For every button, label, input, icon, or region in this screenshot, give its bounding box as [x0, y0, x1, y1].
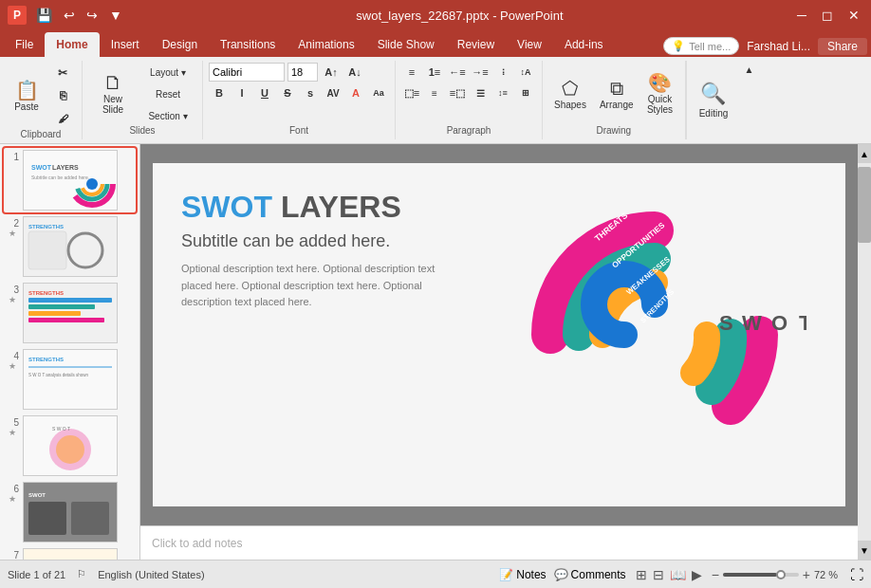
- ribbon-group-paragraph: ≡ 1≡ ←≡ →≡ ⫶ ↕A ⬚≡ ≡ ≡⬚ ☰ ↕≡ ⊞ Paragraph: [396, 61, 543, 139]
- zoom-slider[interactable]: [723, 573, 799, 577]
- tab-slideshow[interactable]: Slide Show: [366, 32, 446, 57]
- slide-sorter-button[interactable]: ⊟: [651, 565, 666, 584]
- text-direction-button[interactable]: ↕A: [515, 63, 536, 82]
- slideshow-view-button[interactable]: ▶: [690, 565, 704, 584]
- columns-button[interactable]: ⫶: [492, 63, 513, 82]
- align-left-button[interactable]: ⬚≡: [401, 83, 422, 102]
- decrease-indent-button[interactable]: ←≡: [447, 63, 468, 82]
- font-family-input[interactable]: [209, 63, 285, 82]
- paste-button[interactable]: 📋 Paste: [6, 77, 47, 116]
- quick-styles-button[interactable]: 🎨 QuickStyles: [641, 69, 679, 119]
- tab-home[interactable]: Home: [45, 32, 99, 57]
- view-buttons: ⊞ ⊟ 📖 ▶: [634, 565, 704, 584]
- app-icon: P: [8, 6, 27, 25]
- strikethrough-button[interactable]: S: [277, 83, 298, 102]
- shadow-button[interactable]: s: [300, 83, 321, 102]
- tab-insert[interactable]: Insert: [100, 32, 151, 57]
- notes-area[interactable]: Click to add notes: [140, 525, 858, 560]
- window-title: swot_layers_22687.pptx - PowerPoint: [126, 9, 793, 23]
- copy-button[interactable]: ⎘: [49, 85, 76, 106]
- zoom-control: − + 72 %: [712, 567, 843, 582]
- zoom-knob[interactable]: [776, 570, 786, 579]
- align-right-button[interactable]: ≡⬚: [447, 83, 468, 102]
- font-color-button[interactable]: A: [345, 83, 366, 102]
- line-spacing-button[interactable]: ↕≡: [492, 83, 513, 102]
- new-slide-button[interactable]: 🗋 NewSlide: [88, 69, 138, 119]
- slide-thumb-3[interactable]: 3 ★ STRENGTHS: [4, 281, 136, 345]
- reading-view-button[interactable]: 📖: [668, 565, 688, 584]
- user-name[interactable]: Farshad Li...: [747, 40, 810, 53]
- tab-animations[interactable]: Animations: [287, 32, 365, 57]
- format-painter-button[interactable]: 🖌: [49, 108, 76, 129]
- zoom-out-button[interactable]: −: [712, 567, 719, 582]
- scroll-track: [858, 163, 871, 541]
- italic-button[interactable]: I: [232, 83, 252, 102]
- ribbon-group-slides: 🗋 NewSlide Layout ▾ Reset Section ▾ Slid…: [83, 61, 203, 139]
- notes-button[interactable]: 📝 Notes: [499, 568, 546, 581]
- tab-design[interactable]: Design: [151, 32, 209, 57]
- scroll-down-button[interactable]: ▼: [858, 541, 871, 560]
- tell-me-label: Tell me...: [689, 41, 731, 52]
- bullets-button[interactable]: ≡: [401, 63, 422, 82]
- slide-thumb-4[interactable]: 4 ★ STRENGTHS S W O T analysis details s…: [4, 347, 136, 412]
- slide-thumb-6[interactable]: 6 ★ SWOT: [4, 480, 136, 544]
- fit-slide-button[interactable]: ⛶: [850, 567, 863, 582]
- increase-font-button[interactable]: A↑: [321, 63, 342, 82]
- tab-review[interactable]: Review: [446, 32, 506, 57]
- minimize-button[interactable]: ─: [793, 6, 810, 25]
- bold-button[interactable]: B: [209, 83, 230, 102]
- status-bar-right: 📝 Notes 💬 Comments ⊞ ⊟ 📖 ▶ − + 72 % ⛶: [499, 565, 863, 584]
- font-size-input[interactable]: [287, 63, 318, 82]
- scroll-up-button[interactable]: ▲: [858, 144, 871, 163]
- char-spacing-button[interactable]: Aa: [368, 83, 389, 102]
- slide-thumb-5[interactable]: 5 ★ S W O T: [4, 413, 136, 478]
- smart-art-button[interactable]: ⊞: [515, 83, 536, 102]
- slide-thumb-1[interactable]: 1 SWOT LAYERS Subtitle can be added here…: [4, 148, 136, 212]
- underline-button[interactable]: U: [254, 83, 275, 102]
- tab-file[interactable]: File: [4, 32, 45, 57]
- slide-preview-3: STRENGTHS: [23, 283, 118, 343]
- para-row1: ≡ 1≡ ←≡ →≡ ⫶ ↕A: [401, 63, 536, 82]
- tab-addins[interactable]: Add-ins: [553, 32, 615, 57]
- increase-indent-button[interactable]: →≡: [470, 63, 491, 82]
- save-button[interactable]: 💾: [32, 6, 56, 25]
- ribbon-expand-button[interactable]: ▲: [743, 63, 756, 76]
- font-row2: B I U S s AV A Aa: [209, 83, 389, 102]
- layout-button[interactable]: Layout ▾: [139, 63, 196, 82]
- tab-view[interactable]: View: [506, 32, 553, 57]
- numbering-button[interactable]: 1≡: [424, 63, 445, 82]
- font-spacing-button[interactable]: AV: [323, 83, 343, 102]
- scroll-thumb[interactable]: [858, 167, 871, 243]
- slide-thumb-2[interactable]: 2 ★ STRENGTHS: [4, 214, 136, 279]
- redo-button[interactable]: ↪: [83, 6, 102, 25]
- notes-placeholder: Click to add notes: [152, 537, 242, 550]
- ribbon: 📋 Paste ✂ ⎘ 🖌 Clipboard 🗋 NewSlide Layou…: [0, 57, 871, 144]
- language[interactable]: English (United States): [98, 569, 205, 580]
- slide-options: Layout ▾ Reset Section ▾: [139, 63, 196, 125]
- undo-button[interactable]: ↩: [60, 6, 79, 25]
- customize-button[interactable]: ▼: [105, 6, 126, 25]
- comments-button[interactable]: 💬 Comments: [554, 568, 626, 581]
- tab-transitions[interactable]: Transitions: [209, 32, 287, 57]
- slide-canvas[interactable]: SWOT LAYERS Subtitle can be added here. …: [153, 163, 845, 506]
- section-button[interactable]: Section ▾: [139, 106, 196, 125]
- shapes-button[interactable]: ⬠ Shapes: [548, 75, 592, 114]
- align-center-button[interactable]: ≡: [424, 83, 445, 102]
- restore-button[interactable]: ◻: [818, 6, 837, 25]
- para-content: ≡ 1≡ ←≡ →≡ ⫶ ↕A ⬚≡ ≡ ≡⬚ ☰ ↕≡ ⊞: [401, 63, 536, 125]
- zoom-in-button[interactable]: +: [803, 567, 810, 582]
- decrease-font-button[interactable]: A↓: [344, 63, 365, 82]
- cut-button[interactable]: ✂: [49, 63, 76, 83]
- vertical-scrollbar[interactable]: ▲ ▼: [858, 144, 871, 560]
- close-button[interactable]: ✕: [844, 6, 863, 25]
- normal-view-button[interactable]: ⊞: [634, 565, 649, 584]
- justify-button[interactable]: ☰: [470, 83, 491, 102]
- accessibility-icon[interactable]: ⚐: [77, 568, 86, 580]
- slide-left-panel: SWOT LAYERS Subtitle can be added here. …: [153, 163, 465, 506]
- arrange-button[interactable]: ⧉ Arrange: [594, 75, 639, 114]
- slide-thumb-7[interactable]: 7 STRENGTHS++: [4, 546, 136, 560]
- zoom-level[interactable]: 72 %: [814, 569, 843, 580]
- reset-button[interactable]: Reset: [139, 84, 196, 103]
- share-button[interactable]: Share: [818, 38, 867, 55]
- tell-me-input[interactable]: 💡 Tell me...: [663, 37, 739, 55]
